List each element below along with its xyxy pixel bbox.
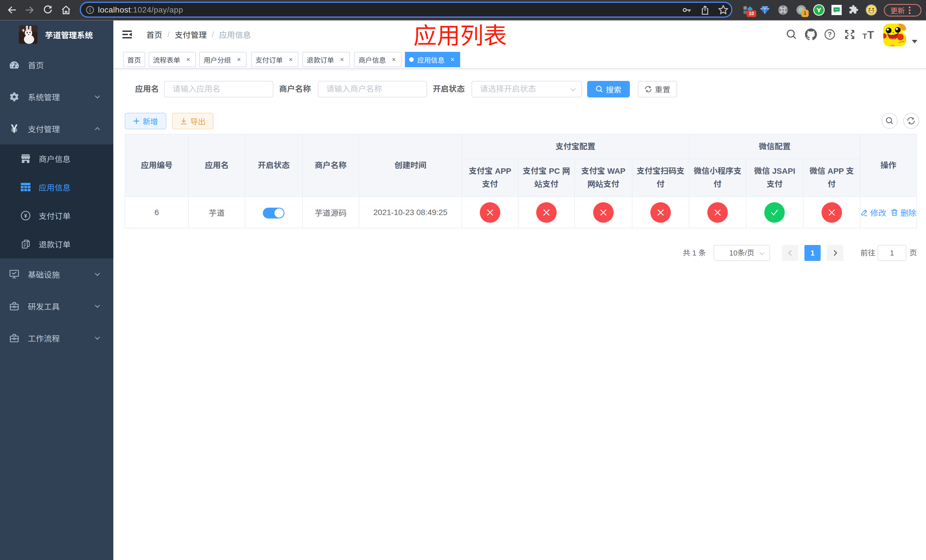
svg-text:T: T	[867, 29, 874, 40]
svg-text:?: ?	[828, 31, 832, 38]
svg-text:T: T	[862, 32, 867, 40]
svg-text:¥: ¥	[24, 213, 27, 219]
